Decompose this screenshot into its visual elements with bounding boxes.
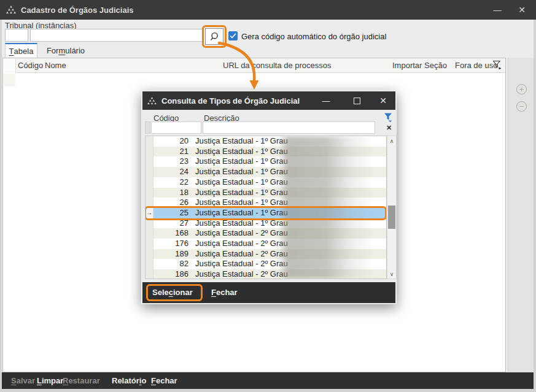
dialog-row[interactable]: 24Justiça Estadual - 1º Grau [146, 167, 386, 177]
row-codigo: 24 [153, 167, 192, 177]
record-toolbar: + − [508, 58, 534, 372]
row-indicator [146, 228, 153, 239]
dialog-row[interactable]: 189Justiça Estadual - 2º Grau [146, 249, 386, 259]
col-url[interactable]: URL da consulta de processos [223, 61, 332, 70]
search-button[interactable] [205, 28, 223, 45]
window-title: Cadastro de Órgãos Judiciais [21, 6, 134, 15]
row-descricao: Justiça Estadual - 2º Grau [192, 269, 288, 279]
grid-empty-row-indicator [4, 74, 15, 86]
row-codigo: 26 [153, 198, 192, 208]
row-indicator [146, 136, 153, 147]
dialog-footer: Selecionar Fechar [142, 282, 395, 303]
row-codigo: 189 [153, 249, 192, 259]
col-codigo[interactable]: Código [18, 61, 43, 70]
row-indicator [146, 239, 153, 249]
row-indicator [146, 156, 153, 167]
fechar-button[interactable]: Fechar [151, 376, 177, 385]
relatorio-button[interactable]: Relatório [112, 376, 146, 385]
close-button[interactable]: ✕ [509, 0, 535, 20]
dialog-row[interactable]: 18Justiça Estadual - 1º Grau [146, 188, 386, 198]
dialog-row[interactable]: 20Justiça Estadual - 1º Grau [146, 136, 386, 147]
dialog-row[interactable]: 27Justiça Estadual - 1º Grau [146, 218, 386, 229]
maximize-icon [354, 98, 360, 104]
salvar-button[interactable]: Salvar [11, 376, 35, 385]
row-descricao: Justiça Estadual - 1º Grau [192, 198, 288, 208]
dialog-minimize-button[interactable]: — [313, 91, 339, 110]
tab-formulario[interactable]: Formulário [37, 43, 94, 58]
dialog-row[interactable]: 26Justiça Estadual - 1º Grau [146, 198, 386, 208]
filter-codigo-input[interactable] [151, 121, 201, 134]
row-descricao: Justiça Estadual - 1º Grau [192, 177, 288, 188]
col-importar-secao[interactable]: Importar Seção [392, 61, 447, 70]
scroll-up-button[interactable]: ∧ [387, 136, 396, 145]
dialog-fechar-button[interactable]: Fechar [211, 288, 238, 297]
consulta-dialog: Consulta de Tipos de Órgão Judicial — ✕ … [141, 90, 397, 304]
col-fora-de-uso[interactable]: Fora de uso [455, 61, 497, 70]
check-icon [230, 33, 236, 39]
dialog-close-button[interactable]: ✕ [371, 91, 395, 110]
row-descricao: Justiça Estadual - 1º Grau [192, 188, 288, 198]
tab-tabela[interactable]: Tabela [5, 43, 37, 58]
row-descricao: Justiça Estadual - 2º Grau [192, 228, 288, 239]
dialog-row[interactable]: 22Justiça Estadual - 1º Grau [146, 177, 386, 188]
row-indicator: → [146, 208, 153, 218]
filter-descricao-input[interactable] [203, 121, 375, 134]
dialog-row[interactable]: 176Justiça Estadual - 2º Grau [146, 239, 386, 249]
grid-indicator-column [3, 58, 16, 73]
dialog-row-selected[interactable]: →25Justiça Estadual - 1º Grau [146, 208, 386, 218]
dialog-title: Consulta de Tipos de Órgão Judicial [161, 96, 300, 106]
row-descricao: Justiça Estadual - 1º Grau [192, 218, 288, 229]
main-footer-bar: Salvar Limpar Restaurar Relatório Fechar [2, 372, 534, 389]
col-nome[interactable]: Nome [45, 61, 66, 70]
dialog-logo-icon [147, 97, 157, 105]
dialog-scrollbar[interactable]: ∧ ∨ [387, 136, 397, 279]
app-logo-icon [6, 6, 16, 14]
tribunal-code-input[interactable] [5, 29, 28, 42]
filter-row-indicator [145, 121, 150, 134]
auto-code-checkbox[interactable] [228, 31, 238, 40]
row-codigo: 168 [153, 228, 192, 239]
dialog-maximize-button[interactable] [344, 91, 370, 110]
dialog-row[interactable]: 23Justiça Estadual - 1º Grau [146, 156, 386, 167]
row-indicator [146, 259, 153, 269]
row-indicator [146, 177, 153, 188]
tipos-list: 20Justiça Estadual - 1º Grau21Justiça Es… [145, 136, 387, 279]
row-descricao: Justiça Estadual - 2º Grau [192, 239, 288, 249]
row-codigo: 18 [153, 188, 192, 198]
limpar-button[interactable]: Limpar [37, 376, 63, 385]
auto-code-label: Gera código automático do órgão judicial [241, 32, 386, 41]
row-descricao: Justiça Estadual - 1º Grau [192, 136, 288, 147]
grid-filter-icon[interactable] [493, 61, 502, 70]
row-codigo: 25 [153, 208, 192, 218]
scroll-down-button[interactable]: ∨ [387, 269, 396, 279]
row-descricao: Justiça Estadual - 1º Grau [192, 147, 288, 157]
row-descricao: Justiça Estadual - 1º Grau [192, 156, 288, 167]
restaurar-button[interactable]: Restaurar [63, 376, 100, 385]
row-indicator [146, 188, 153, 198]
dialog-row[interactable]: 186Justiça Estadual - 2º Grau [146, 269, 386, 279]
row-indicator [146, 249, 153, 259]
dialog-titlebar: Consulta de Tipos de Órgão Judicial — ✕ [142, 91, 395, 110]
row-indicator [146, 147, 153, 157]
dialog-row[interactable]: 82Justiça Estadual - 2º Grau [146, 259, 386, 269]
row-indicator [146, 167, 153, 177]
scrollbar-thumb[interactable] [388, 206, 395, 229]
remove-record-button[interactable]: − [516, 101, 527, 112]
minimize-button[interactable]: — [484, 0, 510, 20]
row-indicator [146, 269, 153, 279]
row-descricao: Justiça Estadual - 2º Grau [192, 259, 288, 269]
clear-filter-button[interactable]: ✕ [384, 122, 394, 133]
add-record-button[interactable]: + [516, 84, 527, 94]
row-codigo: 82 [153, 259, 192, 269]
tribunal-name-input[interactable] [30, 29, 203, 42]
row-codigo: 22 [153, 177, 192, 188]
dialog-filter-icon[interactable] [384, 113, 392, 122]
selecionar-button[interactable]: Selecionar [152, 288, 193, 297]
row-codigo: 186 [153, 269, 192, 279]
dialog-row[interactable]: 21Justiça Estadual - 1º Grau [146, 147, 386, 157]
row-codigo: 23 [153, 156, 192, 167]
row-descricao: Justiça Estadual - 1º Grau [192, 167, 288, 177]
grid-header: Código Nome URL da consulta de processos… [3, 58, 505, 73]
dialog-row[interactable]: 168Justiça Estadual - 2º Grau [146, 228, 386, 239]
row-indicator [146, 198, 153, 208]
